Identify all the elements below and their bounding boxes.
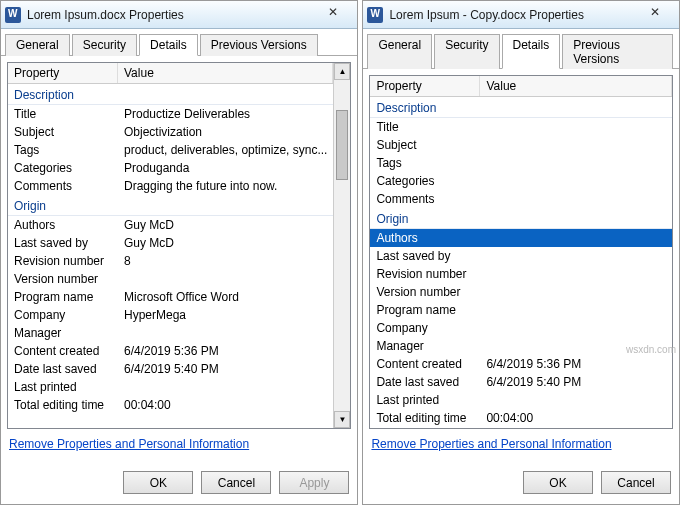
property-value (480, 173, 672, 189)
property-value (480, 320, 672, 336)
cancel-button[interactable]: Cancel (601, 471, 671, 494)
property-value: Produganda (118, 160, 333, 176)
header-property[interactable]: Property (370, 76, 480, 96)
tab-general[interactable]: General (367, 34, 432, 69)
property-row[interactable]: Total editing time 00:04:00 (370, 409, 672, 427)
properties-window: Lorem Ipsum - Copy.docx Properties ✕Gene… (362, 0, 680, 505)
word-doc-icon (367, 7, 383, 23)
property-row[interactable]: Comments Dragging the future into now. (8, 177, 333, 195)
tab-previous-versions[interactable]: Previous Versions (562, 34, 673, 69)
property-row[interactable]: Authors (370, 229, 672, 247)
property-value: 6/4/2019 5:36 PM (118, 343, 333, 359)
property-row[interactable]: Date last saved 6/4/2019 5:40 PM (370, 373, 672, 391)
property-row[interactable]: Manager (8, 324, 333, 342)
section-description: Description (370, 97, 672, 118)
property-name: Version number (370, 284, 480, 300)
property-value (480, 155, 672, 171)
property-row[interactable]: Content created 6/4/2019 5:36 PM (8, 342, 333, 360)
section-origin: Origin (8, 195, 333, 216)
tab-security[interactable]: Security (72, 34, 137, 56)
property-name: Subject (370, 137, 480, 153)
remove-properties-link[interactable]: Remove Properties and Personal Informati… (369, 429, 673, 459)
property-list: Property ValueDescription Title Subject … (369, 75, 673, 429)
property-row[interactable]: Total editing time 00:04:00 (8, 396, 333, 414)
scroll-track[interactable] (334, 80, 350, 411)
property-name: Date last saved (8, 361, 118, 377)
close-button[interactable]: ✕ (313, 5, 353, 25)
titlebar: Lorem Ipsum.docx Properties ✕ (1, 1, 357, 29)
property-list: Property ValueDescription Title Producti… (7, 62, 351, 429)
property-row[interactable]: Company HyperMega (8, 306, 333, 324)
property-name: Revision number (370, 266, 480, 282)
property-value (480, 137, 672, 153)
property-row[interactable]: Tags product, deliverables, optimize, sy… (8, 141, 333, 159)
header-property[interactable]: Property (8, 63, 118, 83)
ok-button[interactable]: OK (123, 471, 193, 494)
cancel-button[interactable]: Cancel (201, 471, 271, 494)
property-row[interactable]: Title (370, 118, 672, 136)
tab-details[interactable]: Details (502, 34, 561, 69)
property-row[interactable]: Last saved by Guy McD (8, 234, 333, 252)
dialog-footer: OKCancelApply (1, 465, 357, 504)
header-value[interactable]: Value (118, 63, 333, 83)
property-row[interactable]: Revision number 8 (8, 252, 333, 270)
property-row[interactable]: Revision number (370, 265, 672, 283)
scrollbar[interactable]: ▲ ▼ (333, 63, 350, 428)
property-row[interactable]: Version number (8, 270, 333, 288)
remove-properties-link[interactable]: Remove Properties and Personal Informati… (7, 429, 351, 459)
property-row[interactable]: Program name Microsoft Office Word (8, 288, 333, 306)
property-value (480, 284, 672, 300)
property-row[interactable]: Categories Produganda (8, 159, 333, 177)
header-value[interactable]: Value (480, 76, 672, 96)
property-name: Comments (370, 191, 480, 207)
property-value (480, 248, 672, 264)
tab-strip: GeneralSecurityDetailsPrevious Versions (363, 29, 679, 69)
property-name: Authors (370, 230, 480, 246)
property-name: Program name (8, 289, 118, 305)
property-row[interactable]: Program name (370, 301, 672, 319)
property-name: Comments (8, 178, 118, 194)
scroll-down-button[interactable]: ▼ (334, 411, 350, 428)
close-button[interactable]: ✕ (635, 5, 675, 25)
property-row[interactable]: Comments (370, 190, 672, 208)
property-name: Content created (8, 343, 118, 359)
property-value: Objectivization (118, 124, 333, 140)
property-row[interactable]: Last saved by (370, 247, 672, 265)
property-value (118, 379, 333, 395)
scroll-up-button[interactable]: ▲ (334, 63, 350, 80)
property-name: Version number (8, 271, 118, 287)
ok-button[interactable]: OK (523, 471, 593, 494)
tab-general[interactable]: General (5, 34, 70, 56)
property-value: 00:04:00 (480, 410, 672, 426)
property-name: Company (8, 307, 118, 323)
property-value (480, 191, 672, 207)
property-value: Guy McD (118, 217, 333, 233)
watermark: wsxdn.com (626, 344, 676, 355)
property-name: Date last saved (370, 374, 480, 390)
property-value: 8 (118, 253, 333, 269)
tab-security[interactable]: Security (434, 34, 499, 69)
property-row[interactable]: Subject (370, 136, 672, 154)
property-row[interactable]: Subject Objectivization (8, 123, 333, 141)
property-row[interactable]: Company (370, 319, 672, 337)
property-row[interactable]: Title Productize Deliverables (8, 105, 333, 123)
property-row[interactable]: Tags (370, 154, 672, 172)
property-value: 00:04:00 (118, 397, 333, 413)
property-value: 6/4/2019 5:40 PM (118, 361, 333, 377)
property-name: Total editing time (370, 410, 480, 426)
property-row[interactable]: Authors Guy McD (8, 216, 333, 234)
tab-details[interactable]: Details (139, 34, 198, 56)
tab-previous-versions[interactable]: Previous Versions (200, 34, 318, 56)
property-value: Dragging the future into now. (118, 178, 333, 194)
property-row[interactable]: Categories (370, 172, 672, 190)
property-row[interactable]: Date last saved 6/4/2019 5:40 PM (8, 360, 333, 378)
property-row[interactable]: Version number (370, 283, 672, 301)
property-value (480, 119, 672, 135)
property-row[interactable]: Content created 6/4/2019 5:36 PM (370, 355, 672, 373)
property-row[interactable]: Last printed (8, 378, 333, 396)
property-value (480, 230, 672, 246)
property-value (480, 302, 672, 318)
property-row[interactable]: Last printed (370, 391, 672, 409)
scroll-thumb[interactable] (336, 110, 348, 180)
property-value (480, 392, 672, 408)
